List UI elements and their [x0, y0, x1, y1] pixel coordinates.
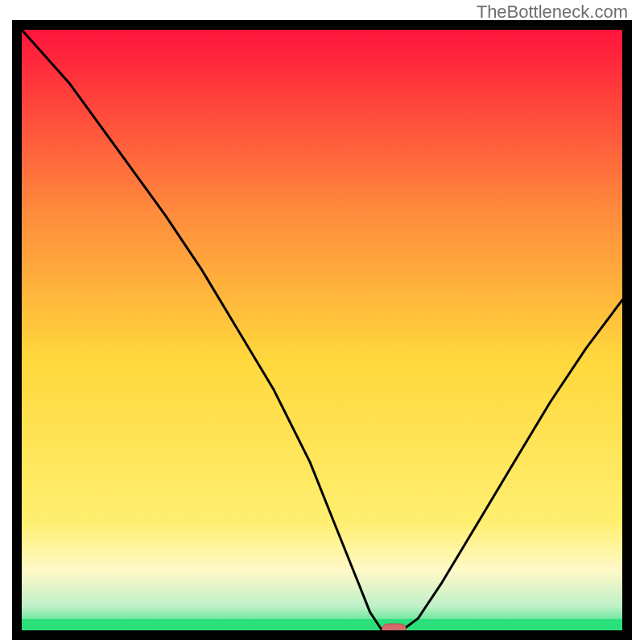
minimum-marker	[382, 624, 407, 630]
plot-area	[22, 30, 622, 630]
watermark-text: TheBottleneck.com	[477, 2, 628, 23]
chart-svg	[22, 30, 622, 630]
chart-frame	[12, 20, 632, 640]
chart-container: TheBottleneck.com	[0, 0, 644, 644]
svg-rect-0	[22, 30, 622, 630]
svg-rect-1	[22, 619, 622, 630]
